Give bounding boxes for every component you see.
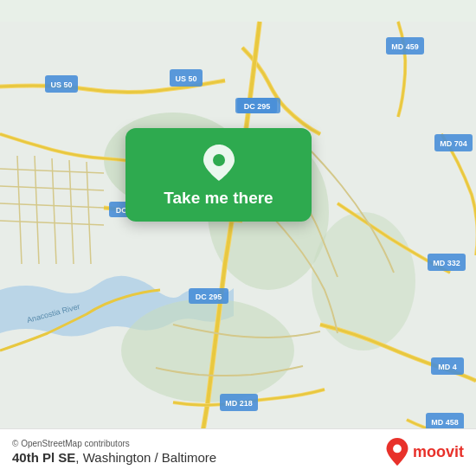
- svg-point-4: [312, 212, 415, 351]
- bottom-bar: © OpenStreetMap contributors 40th Pl SE,…: [0, 428, 476, 476]
- location-info: © OpenStreetMap contributors 40th Pl SE,…: [12, 439, 216, 465]
- moovit-label: moovit: [413, 443, 464, 461]
- svg-text:MD 704: MD 704: [440, 139, 467, 148]
- svg-text:MD 332: MD 332: [433, 259, 460, 267]
- location-pin-icon: [200, 144, 238, 182]
- moovit-logo: moovit: [385, 438, 464, 466]
- svg-text:US 50: US 50: [50, 80, 72, 89]
- svg-text:MD 459: MD 459: [391, 42, 419, 51]
- take-me-there-button[interactable]: Take me there: [125, 128, 312, 222]
- osm-credit: © OpenStreetMap contributors: [12, 439, 216, 448]
- location-title: 40th Pl SE, Washington / Baltimore: [12, 450, 216, 465]
- location-name: 40th Pl SE: [12, 450, 75, 465]
- map-svg: US 50 US 50 MD 459 DC 295 DC 2 MD 704 MD…: [0, 0, 476, 476]
- svg-text:DC 295: DC 295: [196, 293, 222, 301]
- svg-point-39: [393, 445, 402, 453]
- svg-point-38: [213, 154, 225, 166]
- moovit-pin-icon: [385, 438, 409, 466]
- location-subtitle: , Washington / Baltimore: [75, 450, 216, 465]
- svg-text:US 50: US 50: [175, 74, 196, 83]
- svg-text:MD 4: MD 4: [438, 363, 457, 371]
- svg-text:MD 218: MD 218: [225, 399, 253, 408]
- svg-text:MD 458: MD 458: [431, 418, 459, 427]
- svg-text:DC 295: DC 295: [244, 102, 271, 111]
- map-container: US 50 US 50 MD 459 DC 295 DC 2 MD 704 MD…: [0, 0, 476, 476]
- take-me-there-label: Take me there: [164, 189, 273, 208]
